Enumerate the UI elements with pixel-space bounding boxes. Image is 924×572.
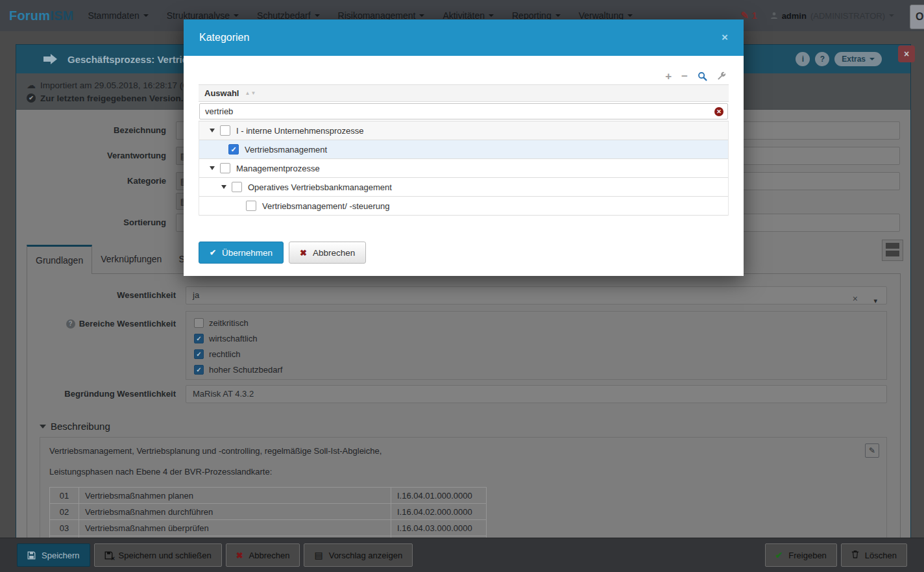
list-view-button[interactable] (882, 240, 903, 261)
checkbox-row-hoher-schutzbedarf[interactable]: ✓ hoher Schutzbedarf (194, 362, 879, 377)
navbar-right: ✎ 1 admin (ADMINISTRATOR) (740, 10, 918, 21)
x-icon: ✖ (236, 551, 243, 560)
tree-row-selected[interactable]: ✓ Vertriebsmanagement (199, 140, 728, 159)
edit-count: 1 (752, 10, 757, 21)
kategorien-modal: Kategorien × + − Auswahl ▲▼ ✕ (184, 19, 744, 276)
modal-footer: ✔ Übernehmen ✖ Abbrechen (199, 242, 729, 264)
kategorie-label: Kategorie (16, 172, 166, 190)
check-icon: ✔ (210, 248, 216, 257)
checkbox-row-wirtschaftlich[interactable]: ✓ wirtschaftlich (194, 330, 879, 346)
checkbox-unchecked[interactable] (232, 182, 242, 192)
modal-body: + − Auswahl ▲▼ ✕ I - interne Unternehmen… (184, 56, 744, 276)
clear-selection-icon[interactable]: × (853, 290, 858, 307)
verantwortung-label: Verantwortung (16, 147, 166, 165)
delete-button[interactable]: Löschen (841, 543, 907, 567)
check-circle-icon: ✔ (27, 93, 36, 103)
bezeichnung-label: Bezeichnung (16, 121, 166, 140)
chevron-down-icon (419, 14, 424, 17)
checkbox-checked[interactable]: ✓ (194, 365, 204, 375)
collapse-triangle-icon[interactable] (210, 166, 215, 170)
release-button[interactable]: ✔ Freigeben (765, 543, 837, 567)
chevron-down-icon (627, 14, 633, 17)
checkbox-unchecked[interactable] (220, 163, 230, 173)
extras-button[interactable]: Extras (834, 52, 882, 66)
list-bar-icon (886, 243, 899, 249)
menu-stammdaten[interactable]: Stammdaten (88, 10, 148, 21)
chevron-down-icon[interactable]: ▾ (873, 292, 877, 309)
edge-cut-button[interactable]: O (910, 5, 924, 29)
beschreibung-section-toggle[interactable]: Beschreibung (40, 421, 110, 432)
chevron-down-icon (315, 14, 320, 17)
sort-icons[interactable]: ▲▼ (245, 90, 256, 96)
application-window: ForumISM Stammdaten Strukturanalyse Schu… (0, 0, 924, 572)
bottom-action-bar: Speichern ✕ Speichern und schließen ✖ Ab… (0, 538, 924, 572)
modal-close-button[interactable]: × (722, 31, 728, 44)
tree-row[interactable]: I - interne Unternehmensprozesse (199, 121, 728, 140)
tree-row[interactable]: Vertriebsmanagement/ -steuerung (199, 197, 728, 216)
clear-search-icon[interactable]: ✕ (714, 107, 723, 116)
tree-search-row: ✕ (199, 102, 729, 121)
show-proposal-button[interactable]: ▤ Vorschlag anzeigen (304, 543, 413, 567)
checkbox-row-rechtlich[interactable]: ✓ rechtlich (194, 346, 879, 362)
apply-button[interactable]: ✔ Übernehmen (199, 242, 284, 264)
collapse-triangle-icon[interactable] (221, 185, 226, 189)
settings-wrench-icon[interactable] (717, 71, 726, 81)
user-name: admin (782, 11, 807, 21)
user-icon (770, 12, 778, 19)
help-button[interactable]: ? (815, 52, 829, 66)
save-button[interactable]: Speichern (17, 543, 90, 567)
begruendung-input[interactable]: MaRisk AT 4.3.2 (186, 385, 887, 403)
collapse-triangle-icon (40, 425, 46, 429)
search-icon[interactable] (698, 71, 707, 81)
sortierung-label: Sortierung (16, 214, 166, 232)
list-bar-icon (886, 251, 899, 256)
process-arrow-icon (43, 54, 57, 64)
modal-cancel-button[interactable]: ✖ Abbrechen (289, 242, 366, 264)
save-and-close-button[interactable]: ✕ Speichern und schließen (94, 543, 222, 567)
tree-row[interactable]: Operatives Vertriebsbankmanagement (199, 178, 728, 197)
tab-verknuepfungen[interactable]: Verknüpfungen (92, 245, 170, 273)
table-row: 01 Vertriebsmaßnahmen planen I.16.04.01.… (50, 488, 487, 504)
checkbox-checked[interactable]: ✓ (194, 334, 204, 343)
wesentlichkeit-label: Wesentlichkeit (27, 286, 176, 305)
expand-all-icon[interactable]: + (665, 71, 672, 82)
help-tooltip-icon[interactable]: ? (66, 319, 75, 329)
collapse-all-icon[interactable]: − (681, 71, 688, 82)
user-role: (ADMINISTRATOR) (810, 11, 885, 21)
tree-column-header[interactable]: Auswahl ▲▼ (199, 84, 729, 102)
save-icon (27, 551, 36, 560)
logo-part2: ISM (50, 8, 73, 23)
cancel-button[interactable]: ✖ Abbrechen (226, 543, 300, 567)
info-button[interactable]: i (796, 52, 810, 66)
checkbox-unchecked[interactable] (246, 201, 256, 211)
tab-grundlagen[interactable]: Grundlagen (27, 245, 92, 274)
checkbox-row-zeitkritisch[interactable]: zeitkritisch (194, 315, 879, 330)
chevron-down-icon (889, 14, 894, 17)
list-icon: ▤ (314, 550, 322, 560)
checkbox-unchecked[interactable] (194, 318, 204, 328)
tree-row[interactable]: Managementprozesse (199, 159, 728, 178)
edit-icon[interactable]: ✎ (865, 443, 879, 458)
collapse-triangle-icon[interactable] (210, 129, 215, 132)
user-menu[interactable]: admin (ADMINISTRATOR) (770, 11, 894, 21)
grundlagen-tab-content: Wesentlichkeit ja × ▾ ? Bereiche Wesentl… (27, 273, 901, 572)
close-panel-button[interactable]: × (898, 45, 915, 62)
bereiche-checkbox-group: zeitkritisch ✓ wirtschaftlich ✓ rechtlic… (186, 311, 887, 380)
checkbox-checked[interactable]: ✓ (194, 349, 204, 359)
app-logo[interactable]: ForumISM (9, 8, 73, 23)
bereiche-label-row: ? Bereiche Wesentlichkeit (27, 315, 176, 333)
bereiche-label: Bereiche Wesentlichkeit (79, 315, 176, 333)
search-input[interactable] (199, 103, 728, 119)
modal-header: Kategorien × (184, 19, 744, 56)
check-icon: ✔ (775, 550, 783, 560)
bottom-right-buttons: ✔ Freigeben Löschen (765, 543, 907, 567)
beschreibung-paragraph: Leistungsphasen nach Ebene 4 der BVR-Pro… (49, 467, 877, 477)
begruendung-label: Begründung Wesentlichkeit (27, 385, 176, 403)
beschreibung-paragraph: Vertriebsmanagement, Vertriebsplanung un… (49, 446, 877, 456)
x-icon: ✖ (300, 248, 307, 258)
wesentlichkeit-select[interactable]: ja × ▾ (186, 286, 887, 305)
checkbox-checked[interactable]: ✓ (228, 144, 239, 155)
table-row: 02 Vertriebsmaßnahmen durchführen I.16.0… (50, 504, 487, 520)
checkbox-unchecked[interactable] (220, 125, 230, 136)
chevron-down-icon (555, 14, 561, 17)
